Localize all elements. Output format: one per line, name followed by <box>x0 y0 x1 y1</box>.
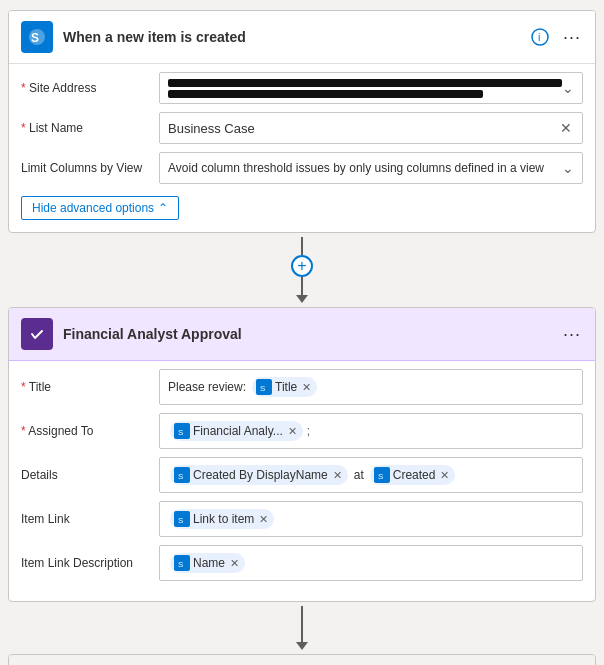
list-name-label: List Name <box>21 121 151 135</box>
approval-card-title: Financial Analyst Approval <box>63 326 551 342</box>
site-address-control[interactable]: ⌄ <box>159 72 583 104</box>
connector-line-1 <box>301 237 303 255</box>
approval-icon <box>21 318 53 350</box>
site-address-arrow: ⌄ <box>562 80 574 96</box>
title-token-icon: S <box>256 379 272 395</box>
item-link-desc-token-close[interactable]: ✕ <box>230 558 239 569</box>
details-token-2: S Created ✕ <box>370 465 456 485</box>
info-button[interactable]: i <box>529 26 551 48</box>
trigger-card-header: S When a new item is created i ··· <box>9 11 595 64</box>
assigned-token-icon: S <box>174 423 190 439</box>
item-link-token-text: Link to item <box>193 512 254 526</box>
approval-title-control[interactable]: Please review: S Title ✕ <box>159 369 583 405</box>
add-step-button-1[interactable]: + <box>291 255 313 277</box>
item-link-desc-control[interactable]: S Name ✕ <box>159 545 583 581</box>
sharepoint-icon: S <box>21 21 53 53</box>
svg-text:S: S <box>178 516 183 524</box>
item-link-desc-token-icon: S <box>174 555 190 571</box>
connector-line-2 <box>301 277 303 295</box>
trigger-card-title: When a new item is created <box>63 29 519 45</box>
connector-arrow-1 <box>296 295 308 303</box>
hide-advanced-chevron: ⌃ <box>158 201 168 215</box>
details-token2-icon: S <box>374 467 390 483</box>
assigned-to-label: Assigned To <box>21 424 151 438</box>
list-name-control[interactable]: Business Case ✕ <box>159 112 583 144</box>
item-link-label: Item Link <box>21 512 151 526</box>
item-link-row: Item Link S Link to item ✕ <box>21 501 583 537</box>
connector-1: + <box>291 233 313 307</box>
more-options-button[interactable]: ··· <box>561 25 583 50</box>
trigger-card: S When a new item is created i ··· Site … <box>8 10 596 233</box>
svg-text:i: i <box>538 31 540 43</box>
approval-header-actions: ··· <box>561 322 583 347</box>
assigned-separator: ; <box>307 424 310 438</box>
connector-line-4 <box>301 624 303 642</box>
connector-arrow-2 <box>296 642 308 650</box>
details-token2-close[interactable]: ✕ <box>440 470 449 481</box>
details-row: Details S Created By DisplayName ✕ at S <box>21 457 583 493</box>
assigned-to-token-text: Financial Analy... <box>193 424 283 438</box>
limit-columns-arrow: ⌄ <box>562 160 574 176</box>
item-link-control[interactable]: S Link to item ✕ <box>159 501 583 537</box>
title-prefix: Please review: <box>168 380 246 394</box>
list-name-clear[interactable]: ✕ <box>558 120 574 136</box>
approval-card: Financial Analyst Approval ··· Title Ple… <box>8 307 596 602</box>
condition-card: ⇌ Condition ··· <box>8 654 596 665</box>
connector-2 <box>296 602 308 654</box>
item-link-desc-row: Item Link Description S Name ✕ <box>21 545 583 581</box>
assigned-to-token-close[interactable]: ✕ <box>288 426 297 437</box>
hide-advanced-label: Hide advanced options <box>32 201 154 215</box>
site-address-row: Site Address ⌄ <box>21 72 583 104</box>
item-link-desc-token: S Name ✕ <box>170 553 245 573</box>
hide-advanced-button[interactable]: Hide advanced options ⌃ <box>21 196 179 220</box>
list-name-row: List Name Business Case ✕ <box>21 112 583 144</box>
condition-card-header: ⇌ Condition ··· <box>9 655 595 665</box>
title-token-close[interactable]: ✕ <box>302 382 311 393</box>
title-token: S Title ✕ <box>252 377 317 397</box>
item-link-desc-label: Item Link Description <box>21 556 151 570</box>
approval-title-label: Title <box>21 380 151 394</box>
approval-title-row: Title Please review: S Title ✕ <box>21 369 583 405</box>
approval-card-header: Financial Analyst Approval ··· <box>9 308 595 361</box>
details-control[interactable]: S Created By DisplayName ✕ at S Created … <box>159 457 583 493</box>
details-token1-close[interactable]: ✕ <box>333 470 342 481</box>
svg-text:S: S <box>178 560 183 568</box>
assigned-to-control[interactable]: S Financial Analy... ✕ ; <box>159 413 583 449</box>
details-token1-icon: S <box>174 467 190 483</box>
approval-card-body: Title Please review: S Title ✕ Assigned … <box>9 361 595 601</box>
trigger-card-body: Site Address ⌄ List Name Business Case ✕ <box>9 64 595 232</box>
title-token-text: Title <box>275 380 297 394</box>
svg-text:S: S <box>178 472 183 480</box>
svg-text:S: S <box>260 384 265 392</box>
assigned-to-token: S Financial Analy... ✕ <box>170 421 303 441</box>
site-address-label: Site Address <box>21 81 151 95</box>
page-container: S When a new item is created i ··· Site … <box>0 0 604 665</box>
limit-columns-control[interactable]: Avoid column threshold issues by only us… <box>159 152 583 184</box>
item-link-desc-token-text: Name <box>193 556 225 570</box>
details-token-1: S Created By DisplayName ✕ <box>170 465 348 485</box>
limit-columns-label: Limit Columns by View <box>21 161 151 175</box>
svg-point-4 <box>28 325 46 343</box>
approval-more-button[interactable]: ··· <box>561 322 583 347</box>
item-link-token-close[interactable]: ✕ <box>259 514 268 525</box>
assigned-to-row: Assigned To S Financial Analy... ✕ ; <box>21 413 583 449</box>
list-name-value: Business Case <box>168 121 558 136</box>
limit-columns-value: Avoid column threshold issues by only us… <box>168 161 562 175</box>
details-token2-text: Created <box>393 468 436 482</box>
item-link-token: S Link to item ✕ <box>170 509 274 529</box>
details-token1-text: Created By DisplayName <box>193 468 328 482</box>
trigger-header-actions: i ··· <box>529 25 583 50</box>
details-label: Details <box>21 468 151 482</box>
item-link-token-icon: S <box>174 511 190 527</box>
svg-text:S: S <box>178 428 183 436</box>
details-at-separator: at <box>354 468 364 482</box>
svg-text:S: S <box>378 472 383 480</box>
svg-text:S: S <box>31 31 39 45</box>
limit-columns-row: Limit Columns by View Avoid column thres… <box>21 152 583 184</box>
connector-line-3 <box>301 606 303 624</box>
